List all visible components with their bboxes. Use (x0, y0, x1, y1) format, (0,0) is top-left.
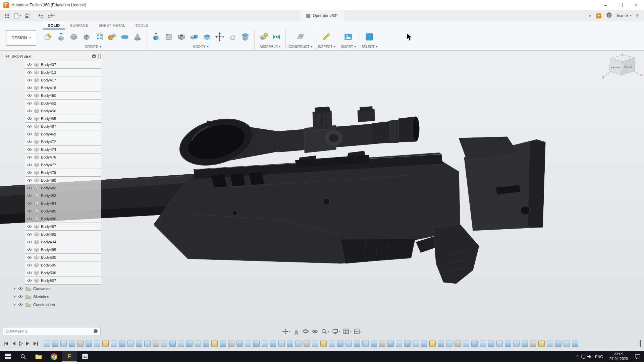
action-center-icon[interactable] (635, 354, 641, 359)
timeline-go-start-button[interactable] (3, 341, 9, 346)
timeline-feature-icon[interactable] (421, 341, 427, 347)
visibility-eye-icon[interactable] (27, 102, 32, 105)
timeline-feature-icon[interactable] (119, 341, 125, 347)
maximize-button[interactable] (613, 0, 629, 10)
visibility-eye-icon[interactable] (27, 272, 32, 274)
visibility-eye-icon[interactable] (27, 156, 32, 159)
timeline-feature-icon[interactable] (555, 341, 561, 347)
joint-icon[interactable] (270, 30, 283, 44)
workspace-switcher[interactable]: DESIGN ▾ (6, 30, 36, 46)
visibility-eye-icon[interactable] (27, 172, 32, 174)
timeline-feature-icon[interactable] (203, 341, 209, 347)
comments-bubble-icon[interactable] (94, 329, 98, 333)
combine-icon[interactable] (188, 30, 201, 44)
panel-resize-grip[interactable] (98, 54, 101, 59)
timeline-feature-icon[interactable] (463, 341, 469, 347)
timeline-feature-icon[interactable] (513, 341, 520, 347)
timeline-feature-icon[interactable] (396, 341, 402, 347)
language-indicator[interactable]: ENG (592, 355, 606, 359)
timeline-feature-icon[interactable] (379, 341, 385, 347)
pipe-icon[interactable] (118, 30, 131, 44)
tab-sheet-metal[interactable]: SHEET METAL (93, 21, 130, 29)
construction-plane-icon[interactable] (294, 30, 307, 44)
extrude-icon[interactable] (55, 30, 67, 44)
visibility-eye-icon[interactable] (27, 110, 32, 112)
timeline-feature-icon[interactable] (329, 341, 335, 347)
browser-body-row[interactable]: Body480 (25, 176, 101, 184)
browser-body-row[interactable]: Body479 (25, 169, 101, 177)
browser-folder-row[interactable]: Construction (3, 301, 103, 309)
expand-arrow-icon[interactable] (14, 287, 15, 290)
visibility-eye-icon[interactable] (27, 256, 32, 259)
timeline-step-forward-button[interactable] (26, 341, 30, 346)
browser-folder-row[interactable]: Canvases (3, 285, 103, 293)
timeline-feature-icon[interactable] (530, 341, 536, 347)
visibility-eye-icon[interactable] (18, 304, 23, 306)
browser-body-row[interactable]: Body467 (25, 122, 101, 130)
browser-body-row[interactable]: Body500 (25, 253, 101, 261)
save-icon[interactable] (23, 11, 32, 20)
help-icon[interactable]: ? (636, 13, 639, 18)
visibility-eye-icon[interactable] (27, 218, 32, 220)
select-icon[interactable] (363, 30, 376, 44)
timeline-feature-icon[interactable] (178, 341, 184, 347)
timeline-feature-icon[interactable] (429, 341, 436, 347)
browser-body-row[interactable]: Body418 (25, 84, 101, 92)
timeline-feature-icon[interactable] (505, 341, 511, 347)
browser-options-icon[interactable]: – (92, 54, 96, 58)
timeline-feature-icon[interactable] (354, 341, 360, 347)
visibility-eye-icon[interactable] (27, 233, 32, 236)
timeline-feature-icon[interactable] (136, 341, 142, 347)
visibility-eye-icon[interactable] (18, 296, 23, 298)
measure-icon[interactable] (320, 30, 333, 44)
timeline-feature-icon[interactable] (564, 341, 570, 347)
offset-face-icon[interactable] (201, 30, 213, 44)
expand-arrow-icon[interactable] (14, 295, 15, 298)
image-viewer-button[interactable] (77, 351, 93, 362)
primitive-cone-icon[interactable] (131, 30, 144, 44)
comments-bar[interactable]: COMMENTS (3, 327, 101, 335)
browser-body-row[interactable]: Body472 (25, 138, 101, 146)
timeline-feature-icon[interactable] (236, 341, 243, 347)
browser-body-row[interactable]: Body450 (25, 92, 101, 100)
timeline-play-button[interactable] (19, 341, 23, 346)
collapse-panel-icon[interactable] (5, 55, 9, 58)
look-at-button[interactable] (312, 329, 318, 334)
timeline-feature-icon[interactable] (278, 341, 285, 347)
construct-group-label[interactable]: CONSTRUCT▾ (288, 45, 312, 49)
visibility-eye-icon[interactable] (27, 133, 32, 135)
browser-body-row[interactable]: Body484 (25, 199, 101, 207)
timeline-feature-icon[interactable] (471, 341, 478, 347)
timeline-feature-icon[interactable] (454, 341, 461, 347)
browser-body-row[interactable]: Body413 (25, 68, 101, 76)
close-button[interactable]: × (629, 0, 644, 10)
close-document-icon[interactable]: × (589, 13, 592, 18)
document-tab[interactable]: Operator v33* (300, 10, 344, 21)
browser-body-row[interactable]: Body492 (25, 230, 101, 238)
visibility-eye-icon[interactable] (27, 64, 32, 66)
job-status-icon[interactable] (606, 12, 612, 19)
timeline-feature-icon[interactable] (538, 341, 545, 347)
visibility-eye-icon[interactable] (27, 202, 32, 205)
timeline-feature-icon[interactable] (102, 341, 109, 347)
timeline-feature-icon[interactable] (144, 341, 151, 347)
browser-body-row[interactable]: Body486 (25, 215, 101, 223)
timeline-feature-icon[interactable] (161, 341, 167, 347)
visibility-eye-icon[interactable] (27, 141, 32, 143)
browser-body-row[interactable]: Body474 (25, 145, 101, 154)
timeline-feature-icon[interactable] (496, 341, 503, 347)
insert-group-label[interactable]: INSERT▾ (341, 45, 356, 49)
visibility-eye-icon[interactable] (27, 71, 32, 74)
volume-icon[interactable] (587, 354, 592, 359)
timeline-feature-icon[interactable] (387, 341, 394, 347)
timeline-feature-icon[interactable] (480, 341, 486, 347)
timeline-feature-icon[interactable] (111, 341, 117, 347)
create-form-icon[interactable] (106, 30, 118, 44)
timeline-feature-icon[interactable] (371, 341, 377, 347)
redo-icon[interactable]: ▾ (47, 11, 55, 20)
timeline-feature-icon[interactable] (304, 341, 310, 347)
visibility-eye-icon[interactable] (27, 164, 32, 166)
browser-body-row[interactable]: Body469 (25, 130, 101, 138)
browser-folder-row[interactable]: Sketches (3, 293, 103, 301)
timeline-feature-icon[interactable] (94, 341, 100, 347)
